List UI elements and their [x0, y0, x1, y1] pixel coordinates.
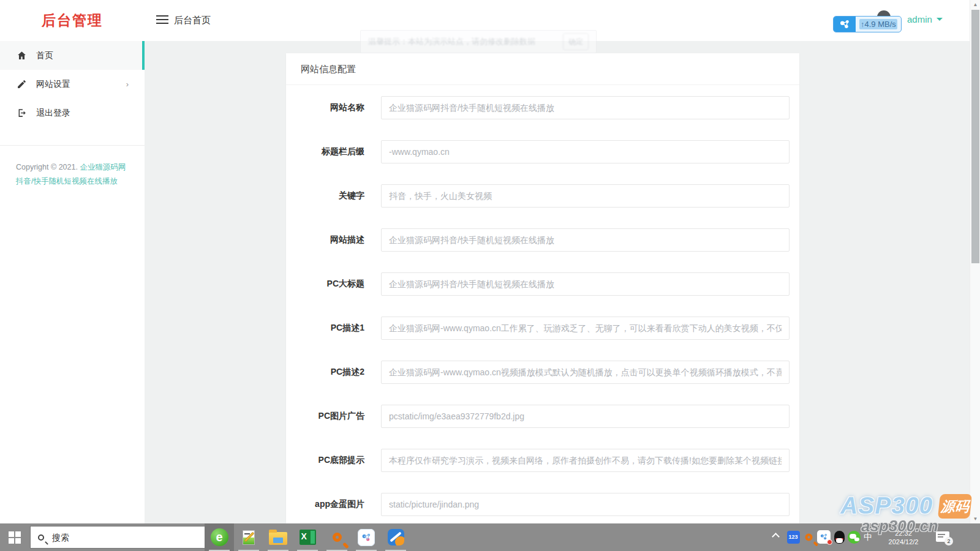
chevron-down-icon: [937, 18, 943, 21]
field-label: PC底部提示: [286, 455, 364, 466]
taskbar-app-excel[interactable]: X: [293, 523, 322, 551]
taskbar-app-file-explorer[interactable]: [263, 523, 293, 551]
pencil-icon: [17, 79, 27, 89]
site-name-input[interactable]: [381, 96, 790, 119]
sidebar-item-label: 首页: [36, 50, 53, 61]
toast-text: 温馨提示：本站为演示站点，请勿修改删除数据: [368, 36, 535, 47]
form-row-pc-desc2: PC描述2: [286, 361, 799, 384]
sidebar-item-site-settings[interactable]: 网站设置 ›: [0, 70, 145, 99]
field-label: PC图片广告: [286, 411, 364, 422]
form-row-pc-footer-tip: PC底部提示: [286, 449, 799, 472]
scrollbar-thumb[interactable]: [971, 10, 979, 263]
taskbar-app-vm[interactable]: [381, 523, 410, 551]
pc-headline-input[interactable]: [381, 272, 790, 296]
chevron-right-icon: ›: [126, 80, 129, 89]
title-suffix-input[interactable]: [381, 140, 790, 163]
pc-desc1-input[interactable]: [381, 317, 790, 340]
taskbar-app-magnifier[interactable]: [322, 523, 352, 551]
tray-cloud-icon[interactable]: [817, 530, 831, 544]
field-label: PC描述1: [286, 323, 364, 334]
taskbar-app-cloud[interactable]: [352, 523, 381, 551]
sidebar-item-label: 网站设置: [36, 79, 70, 90]
speed-value: ↑4.9 MB/s: [856, 17, 901, 32]
card-title: 网站信息配置: [286, 53, 799, 85]
site-config-form: 网站名称 标题栏后缀 关键字 网站描述 PC大标题 PC描述1: [286, 85, 799, 516]
taskbar-app-editor[interactable]: [234, 523, 263, 551]
watermark-source-badge: 源码: [938, 494, 972, 519]
windows-logo-icon: [9, 531, 21, 544]
form-row-title-suffix: 标题栏后缀: [286, 140, 799, 163]
keywords-input[interactable]: [381, 184, 790, 208]
sidebar-item-logout[interactable]: 退出登录: [0, 99, 145, 127]
screen: 后台首页 ↑4.9 MB/s admin 后台管理 首页 网站设置 ›: [0, 0, 980, 551]
tray-qq-icon[interactable]: [832, 530, 846, 544]
browser-e-icon: e: [211, 528, 228, 546]
sidebar-item-label: 退出登录: [36, 108, 70, 119]
sidebar-item-home[interactable]: 首页: [0, 41, 145, 70]
taskbar-search-input[interactable]: [51, 532, 186, 543]
scrollbar-down-arrow[interactable]: ▼: [970, 514, 980, 523]
form-row-site-name: 网站名称: [286, 96, 799, 119]
windows-taskbar: e X 123 中 22:32 2024/12/2: [0, 523, 980, 551]
field-label: app金蛋图片: [286, 499, 364, 510]
watermark-site-url: asp300.cn: [861, 517, 938, 536]
download-speed-widget[interactable]: ↑4.9 MB/s: [833, 16, 902, 32]
tray-123-icon[interactable]: 123: [786, 530, 800, 544]
watermark-asp300: ASP300: [840, 492, 933, 519]
form-row-pc-image-ad: PC图片广告: [286, 405, 799, 428]
text-editor-icon: [241, 530, 257, 545]
search-icon: [38, 534, 44, 541]
field-label: 网站名称: [286, 102, 364, 113]
form-row-pc-headline: PC大标题: [286, 272, 799, 296]
field-label: 标题栏后缀: [286, 146, 364, 157]
breadcrumb: 后台首页: [174, 15, 211, 26]
cloud-share-icon: [834, 17, 856, 32]
form-row-pc-desc1: PC描述1: [286, 317, 799, 340]
taskbar-search[interactable]: [30, 526, 206, 549]
pc-image-ad-input[interactable]: [381, 405, 790, 428]
notification-count-badge: 2: [944, 537, 953, 545]
home-icon: [17, 50, 27, 61]
field-label: 关键字: [286, 190, 364, 201]
form-row-app-egg-image: app金蛋图片: [286, 493, 799, 516]
clock-date: 2024/12/2: [880, 538, 927, 546]
tray-wechat-icon[interactable]: [847, 530, 861, 544]
sidebar: 后台管理 首页 网站设置 › 退出登录 Copyright © 2021. 企业…: [0, 0, 145, 523]
copyright: Copyright © 2021. 企业猫源码网抖音/快手随机短视频在线播放: [0, 146, 145, 189]
start-button[interactable]: [0, 523, 29, 551]
tray-chevron-up-icon[interactable]: [772, 533, 780, 541]
field-label: PC大标题: [286, 279, 364, 290]
app-logo: 后台管理: [0, 0, 145, 41]
pc-desc2-input[interactable]: [381, 361, 790, 384]
excel-icon: X: [300, 530, 316, 545]
blue-orange-app-icon: [388, 529, 404, 545]
scrollbar-up-arrow[interactable]: ▲: [970, 0, 980, 9]
form-row-keywords: 关键字: [286, 184, 799, 208]
tray-magnifier-icon[interactable]: [802, 530, 815, 544]
orange-magnifier-icon: [333, 533, 342, 542]
logout-icon: [17, 108, 27, 118]
toast-confirm-button[interactable]: 确定: [563, 33, 589, 50]
cloud-share-app-icon: [358, 529, 375, 546]
pc-footer-tip-input[interactable]: [381, 449, 790, 472]
taskbar-app-browser[interactable]: e: [205, 523, 234, 551]
site-config-card: 网站信息配置 网站名称 标题栏后缀 关键字 网站描述 PC大标题: [286, 53, 799, 523]
field-label: 网站描述: [286, 234, 364, 246]
admin-dropdown[interactable]: admin: [907, 14, 943, 24]
tray-red-badge: [827, 539, 832, 545]
field-label: PC描述2: [286, 367, 364, 378]
admin-username: admin: [907, 14, 932, 24]
copyright-text: Copyright © 2021.: [16, 163, 78, 171]
browser-scrollbar: ▲ ▼: [970, 0, 980, 523]
folder-icon: [269, 532, 287, 545]
hamburger-menu-icon[interactable]: [156, 15, 168, 25]
app-egg-image-input[interactable]: [381, 493, 790, 516]
site-description-input[interactable]: [381, 228, 790, 252]
fading-toast: 温馨提示：本站为演示站点，请勿修改删除数据 确定: [360, 30, 597, 53]
form-row-site-description: 网站描述: [286, 228, 799, 252]
